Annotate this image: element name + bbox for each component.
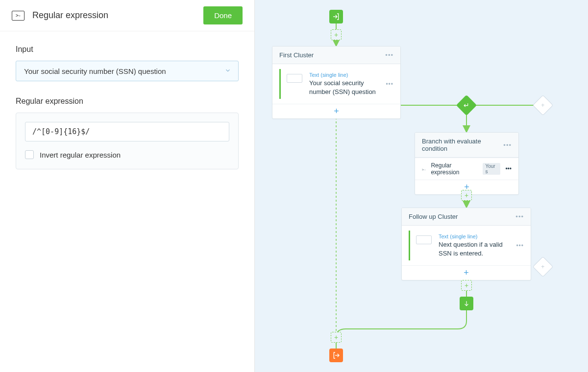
invert-checkbox[interactable] (25, 150, 34, 159)
panel-title: Regular expression (32, 10, 196, 21)
cluster-first-title: First Cluster (279, 51, 314, 59)
panel-body: Input Your social security number (SSN) … (0, 31, 254, 183)
cluster-followup-item-menu[interactable]: ••• (516, 242, 524, 249)
branch-rule-menu[interactable]: ••• (505, 165, 512, 172)
regex-box: Invert regular expression (16, 113, 239, 169)
input-label: Input (16, 45, 239, 54)
branch-title: Branch with evaluate condition (422, 138, 503, 152)
cluster-followup-add[interactable]: + (402, 265, 531, 280)
return-icon: ↵ (464, 101, 469, 109)
cluster-first[interactable]: First Cluster ••• Text (single line) You… (272, 46, 401, 119)
input-select-value: Your social security number (SSN) questi… (24, 67, 166, 75)
add-node-after-followup[interactable]: + (461, 280, 472, 291)
cluster-first-item[interactable]: Text (single line) Your social security … (279, 69, 393, 99)
cluster-followup-item[interactable]: Text (single line) Next question if a va… (409, 231, 524, 260)
cluster-followup-item-title: Next question if a valid SSN is entered. (439, 240, 509, 257)
regex-rule-icon: >- (422, 165, 426, 172)
settings-panel: >- Regular expression Done Input Your so… (0, 0, 255, 372)
arrow-down-icon (463, 300, 470, 307)
cluster-first-body: Text (single line) Your social security … (272, 64, 400, 104)
branch-header: Branch with evaluate condition ••• (415, 133, 518, 158)
regex-label: Regular expression (16, 97, 239, 106)
branch-rule-label: Regular expression (431, 162, 478, 176)
add-node-mid[interactable]: + (461, 190, 472, 201)
exit-icon (332, 351, 340, 359)
cluster-first-menu[interactable]: ••• (385, 51, 393, 59)
cluster-followup-body: Text (single line) Next question if a va… (402, 226, 531, 265)
add-node-top[interactable]: + (331, 29, 342, 40)
cluster-first-item-title: Your social security number (SSN) questi… (309, 79, 379, 96)
chevron-down-icon (224, 67, 231, 75)
cluster-first-item-menu[interactable]: ••• (386, 81, 393, 88)
cluster-followup-menu[interactable]: ••• (515, 213, 524, 220)
text-input-icon (287, 74, 302, 83)
cluster-followup-title: Follow up Cluster (409, 213, 458, 220)
add-branch-diamond-2[interactable]: + (533, 256, 553, 277)
panel-header: >- Regular expression Done (0, 0, 254, 31)
branch-menu[interactable]: ••• (503, 141, 512, 149)
cluster-first-item-type: Text (single line) (309, 72, 379, 78)
exit-node[interactable] (329, 349, 343, 362)
cluster-followup[interactable]: Follow up Cluster ••• Text (single line)… (401, 208, 531, 280)
invert-row: Invert regular expression (25, 150, 229, 159)
regex-input[interactable] (25, 122, 229, 141)
plus-icon: + (541, 102, 544, 109)
branch-rule[interactable]: >- Regular expression Your s ••• (415, 158, 518, 180)
continue-node[interactable] (460, 297, 473, 310)
done-button[interactable]: Done (203, 6, 243, 24)
cluster-followup-item-type: Text (single line) (439, 233, 509, 239)
branch-rule-tag: Your s (483, 163, 500, 175)
flow-canvas[interactable]: + First Cluster ••• Text (single line) Y… (255, 0, 588, 372)
add-branch-diamond[interactable]: + (533, 95, 553, 116)
condition-node[interactable]: ↵ (456, 95, 477, 116)
plus-icon: + (541, 263, 544, 270)
cluster-first-add[interactable]: + (272, 104, 400, 118)
entry-node[interactable] (329, 10, 343, 23)
enter-icon (332, 13, 340, 21)
input-select[interactable]: Your social security number (SSN) questi… (16, 61, 239, 81)
add-node-merge[interactable]: + (331, 332, 342, 343)
cluster-first-header: First Cluster ••• (272, 46, 400, 64)
text-input-icon (416, 235, 432, 244)
cluster-followup-header: Follow up Cluster ••• (402, 208, 531, 226)
regex-icon: >- (12, 11, 24, 21)
invert-label: Invert regular expression (40, 151, 121, 159)
branch-card[interactable]: Branch with evaluate condition ••• >- Re… (415, 132, 519, 195)
